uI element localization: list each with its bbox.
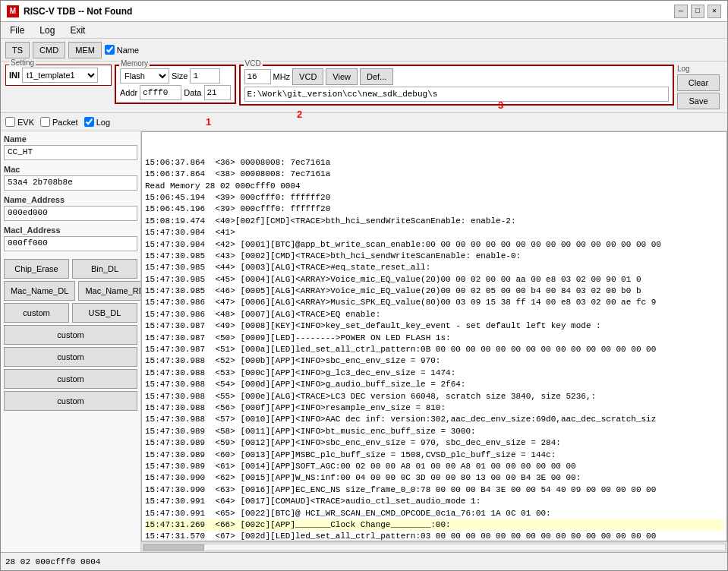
memory-label: Memory bbox=[119, 59, 150, 68]
log-line: 15:47:30.985 <45> [0004][ALG]<ARRAY>Voic… bbox=[145, 274, 723, 286]
log-checkbox[interactable] bbox=[84, 117, 94, 127]
tab-mem[interactable]: MEM bbox=[68, 42, 102, 58]
setting-label: Setting bbox=[9, 58, 36, 67]
title-bar: M RISC-V TDB -- Not Found — □ ✕ bbox=[1, 1, 727, 22]
packet-label: Packet bbox=[52, 118, 78, 127]
log-line: 15:47:30.984 <41> bbox=[145, 227, 723, 238]
clear-button[interactable]: Clear bbox=[677, 74, 720, 91]
buttons-section: Chip_Erase Bin_DL Mac_Name_DL Mac_Name_R… bbox=[4, 259, 137, 411]
log-label: Log bbox=[96, 118, 110, 127]
top-controls-row: 1 2 3 Setting INI t1_template1 Memory Fl… bbox=[1, 62, 727, 113]
name-field-label: Name bbox=[4, 134, 137, 144]
vcd-button[interactable]: VCD bbox=[292, 68, 323, 85]
custom4-button[interactable]: custom bbox=[4, 369, 137, 389]
memory-section: Memory Flash Size Addr Data bbox=[115, 65, 236, 104]
name-field-value: CC_HT bbox=[4, 145, 137, 160]
usb-dl-button[interactable]: USB_DL bbox=[72, 303, 137, 323]
evk-checkbox-label[interactable]: EVK bbox=[5, 117, 34, 127]
close-button[interactable]: ✕ bbox=[708, 5, 721, 18]
data-input[interactable] bbox=[204, 85, 231, 100]
packet-checkbox[interactable] bbox=[40, 117, 50, 127]
menu-bar: File Log Exit bbox=[1, 22, 727, 39]
log-line: 15:47:30.989 <61> [0014][APP]SOFT_AGC:00… bbox=[145, 461, 723, 472]
name-checkbox[interactable] bbox=[105, 45, 115, 55]
log-controls: Log Clear Save bbox=[677, 65, 723, 109]
size-input[interactable] bbox=[190, 68, 220, 84]
menu-log[interactable]: Log bbox=[36, 24, 58, 36]
log-line: 15:47:30.987 <49> [0008][KEY]<INFO>key_s… bbox=[145, 320, 723, 332]
vcd-freq-unit: MHz bbox=[273, 72, 291, 81]
menu-file[interactable]: File bbox=[7, 24, 27, 36]
log-line: 15:47:30.987 <51> [000a][LED]led_set_all… bbox=[145, 344, 723, 355]
tab-cmd[interactable]: CMD bbox=[33, 42, 65, 58]
menu-exit[interactable]: Exit bbox=[67, 24, 88, 36]
vcd-path-input[interactable] bbox=[244, 87, 670, 102]
name-address-value: 000ed000 bbox=[4, 206, 137, 221]
log-line: 15:47:30.988 <54> [000d][APP]<INFO>g_aud… bbox=[145, 379, 723, 390]
addr-input[interactable] bbox=[140, 85, 181, 100]
log-line: 15:47:30.988 <55> [000e][ALG]<TRACE>LC3 … bbox=[145, 391, 723, 402]
log-line: 15:47:30.987 <50> [0009][LED]-------->PO… bbox=[145, 333, 723, 344]
window: M RISC-V TDB -- Not Found — □ ✕ File Log… bbox=[0, 0, 728, 571]
ini-label: INI bbox=[9, 71, 20, 80]
log-line: 15:47:30.989 <59> [0012][APP]<INFO>sbc_e… bbox=[145, 437, 723, 449]
log-line: 15:47:30.991 <65> [0022][BTC]@ HCI_WR_SC… bbox=[145, 508, 723, 519]
log-line: 15:47:30.985 <46> [0005][ALG]<ARRAY>Voic… bbox=[145, 286, 723, 297]
memory-type-select[interactable]: Flash bbox=[120, 68, 169, 84]
log-line: 15:47:30.986 <48> [0007][ALG]<TRACE>EQ e… bbox=[145, 309, 723, 320]
log-line: 15:47:30.988 <53> [000c][APP]<INFO>g_lc3… bbox=[145, 368, 723, 379]
macl-address-label: MacI_Address bbox=[4, 226, 137, 235]
log-output[interactable]: 15:06:37.864 <36> 00008008: 7ec7161a15:0… bbox=[141, 131, 727, 541]
vcd-section: VCD MHz VCD View Def... bbox=[239, 65, 675, 106]
log-line: 15:47:30.990 <63> [0016][APP]EC_ENC_NS s… bbox=[145, 484, 723, 496]
log-line: 15:06:37.864 <36> 00008008: 7ec7161a bbox=[145, 157, 723, 169]
log-checkbox-label[interactable]: Log bbox=[84, 117, 110, 127]
tab-ts[interactable]: TS bbox=[5, 42, 30, 58]
log-section-label: Log bbox=[677, 65, 723, 73]
save-button[interactable]: Save bbox=[677, 93, 720, 109]
template-select[interactable]: t1_template1 bbox=[22, 68, 98, 83]
custom5-button[interactable]: custom bbox=[4, 391, 137, 411]
packet-checkbox-label[interactable]: Packet bbox=[40, 117, 78, 127]
log-line: Read Memory 28 02 000cfff0 0004 bbox=[145, 181, 723, 192]
bin-dl-button[interactable]: Bin_DL bbox=[72, 259, 137, 279]
vcd-label: VCD bbox=[244, 59, 263, 68]
mac-name-dl-button[interactable]: Mac_Name_DL bbox=[4, 281, 75, 301]
app-icon: M bbox=[7, 5, 19, 17]
log-line: 15:47:30.989 <60> [0013][APP]MSBC_plc_bu… bbox=[145, 450, 723, 461]
window-title: RISC-V TDB -- Not Found bbox=[24, 6, 132, 17]
evk-label: EVK bbox=[17, 118, 34, 127]
log-line: 15:47:30.985 <44> [0003][ALG]<TRACE>#eq_… bbox=[145, 262, 723, 273]
log-line: 15:06:45.194 <39> 000cfff0: ffffff20 bbox=[145, 192, 723, 203]
log-line: 15:47:31.570 <67> [002d][LED]led_set_all… bbox=[145, 531, 723, 541]
vcd-freq-input[interactable] bbox=[244, 69, 271, 84]
view-button[interactable]: View bbox=[326, 68, 358, 85]
mac-name-rd-button[interactable]: Mac_Name_RD bbox=[78, 281, 141, 301]
custom1-button[interactable]: custom bbox=[4, 303, 69, 323]
status-value: 28 02 000cfff0 0004 bbox=[5, 557, 100, 566]
log-line: 15:47:30.990 <62> [0015][APP]W_NS:inf:00… bbox=[145, 472, 723, 484]
def-button[interactable]: Def... bbox=[360, 68, 393, 85]
name-address-label: Name_Address bbox=[4, 195, 137, 204]
log-line: 15:47:30.989 <58> [0011][APP]<INFO>bt_mu… bbox=[145, 426, 723, 437]
setting-section: Setting INI t1_template1 bbox=[5, 65, 112, 86]
log-line: 15:47:30.986 <47> [0006][ALG]<ARRAY>Musi… bbox=[145, 297, 723, 308]
custom3-button[interactable]: custom bbox=[4, 347, 137, 367]
custom2-button[interactable]: custom bbox=[4, 325, 137, 345]
mac-field-value: 53a4 2b708b8e bbox=[4, 175, 137, 191]
log-line: 15:47:30.988 <56> [000f][APP]<INFO>resam… bbox=[145, 402, 723, 414]
macl-address-value: 000ff000 bbox=[4, 236, 137, 251]
name-address-field: Name_Address 000ed000 bbox=[4, 195, 137, 221]
left-panel: Name CC_HT Mac 53a4 2b708b8e Name_Addres… bbox=[1, 131, 141, 552]
log-line: 15:47:30.988 <57> [0010][APP]<INFO>AAC d… bbox=[145, 414, 723, 425]
addr-label: Addr bbox=[120, 88, 137, 97]
name-checkbox-label[interactable]: Name bbox=[105, 45, 139, 55]
horizontal-scrollbar[interactable] bbox=[141, 541, 727, 552]
chip-erase-button[interactable]: Chip_Erase bbox=[4, 259, 69, 279]
log-line: 15:47:31.269 <66> [002c][APP]_______Cloc… bbox=[145, 519, 723, 531]
log-area: 15:06:37.864 <36> 00008008: 7ec7161a15:0… bbox=[141, 131, 727, 552]
maximize-button[interactable]: □ bbox=[691, 5, 704, 18]
toolbar-row: TS CMD MEM Name bbox=[1, 39, 727, 62]
evk-checkbox[interactable] bbox=[5, 117, 15, 127]
minimize-button[interactable]: — bbox=[674, 5, 688, 18]
